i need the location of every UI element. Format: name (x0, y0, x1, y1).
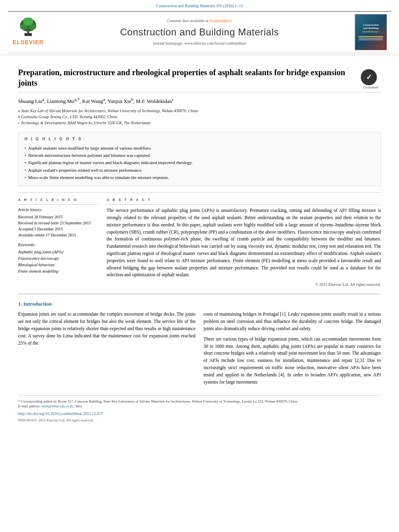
journal-cover-image: Construction and Building MATERIALS (355, 14, 387, 50)
elsevier-logo-area: ELSEVIER (12, 18, 44, 47)
article-info-column: A R T I C L E I N F O Article history: R… (18, 197, 99, 288)
keyword-4: Finite element modelling (18, 268, 99, 275)
copyright-line: © 2015 Elsevier Ltd. All rights reserved… (107, 282, 381, 288)
section-number: 1. (18, 301, 22, 307)
bullet-4: • (25, 167, 26, 173)
crossmark-logo: ✓ CrossMark (361, 69, 381, 87)
section-divider (18, 294, 381, 294)
affiliations: a State Key Lab of Silicate Materials fo… (18, 108, 381, 126)
sciencedirect-text: Contents lists available at ScienceDirec… (52, 18, 347, 24)
author-super-b: b (131, 97, 133, 102)
journal-title-text: Construction and Building Materials (52, 25, 347, 39)
affiliation-b: b Gezhouba Group Testing Co., LTD, Yicha… (18, 114, 381, 120)
section-title: Introduction (23, 301, 52, 307)
keywords-section: Keywords: Asphaltic plug joints (APJs) F… (18, 242, 99, 275)
highlights-section: H I G H L I G H T S • Asphalt sealants w… (18, 132, 381, 187)
abstract-section: A B S T R A C T The service performance … (107, 197, 381, 288)
highlight-text-4: Asphalt sealant's properties related wel… (28, 167, 142, 173)
intro-left-paragraph: Expansion joints are used to accommodate… (18, 311, 195, 347)
author-star: * (77, 97, 79, 102)
keywords-label: Keywords: (18, 242, 99, 248)
main-content: Preparation, microstructure and rheologi… (0, 55, 399, 429)
history-received: Received 28 February 2015 (18, 214, 99, 220)
history-label: Article history: (18, 207, 99, 213)
introduction-section: 1. Introduction Expansion joints are use… (18, 300, 381, 389)
email-attribution: (L. Mo). (70, 404, 83, 408)
footnote-email: E-mail address: molt@whut.edu.cn (L. Mo)… (18, 404, 381, 409)
authors-line: Shuang Liua, Liantong Moa,*, Kai Wanga, … (18, 97, 381, 105)
svg-text:✓: ✓ (366, 73, 372, 81)
sciencedirect-link[interactable]: ScienceDirect (209, 18, 232, 23)
abstract-title: A B S T R A C T (107, 197, 381, 205)
author-super-a: a (42, 97, 44, 102)
email-link[interactable]: molt@whut.edu.cn (41, 404, 69, 408)
affiliation-c: c Technology & Development, BAM Wegen bv… (18, 120, 381, 126)
issn-text: 0950-0618/© 2015 Elsevier Ltd. All right… (18, 418, 381, 423)
introduction-two-columns: Expansion joints are used to accommodate… (18, 311, 381, 389)
article-info-title: A R T I C L E I N F O (18, 197, 99, 205)
bullet-5: • (25, 175, 26, 181)
author-super-c: c (172, 97, 174, 102)
journal-header: Construction and Building Materials 105 … (0, 0, 399, 55)
footnote-section: * Corresponding author at: Room 517, Con… (18, 395, 381, 423)
article-info-abstract: A R T I C L E I N F O Article history: R… (18, 192, 381, 288)
crossmark-icon: ✓ (361, 69, 377, 85)
doi-link[interactable]: http://dx.doi.org/10.1016/j.conbuildmat.… (18, 411, 381, 417)
cover-line3: MATERIALS (362, 30, 379, 33)
author-super-a3: a (103, 97, 105, 102)
highlight-text-1: Asphalt sealants were modified by large … (28, 145, 152, 151)
history-accepted: Accepted 5 December 2015 (18, 226, 99, 232)
history-online: Available online 17 December 2015 (18, 232, 99, 238)
highlight-text-2: Network microstructure between polymer a… (28, 152, 151, 158)
bullet-1: • (25, 145, 26, 151)
history-revised: Received in revised form 23 September 20… (18, 220, 99, 226)
highlight-text-5: Meso-scale finite element modelling was … (28, 175, 169, 181)
highlight-item-5: • Meso-scale finite element modelling wa… (25, 175, 374, 181)
journal-center: Contents lists available at ScienceDirec… (44, 18, 355, 46)
keyword-2: Fluorescence microscopy (18, 255, 99, 262)
crossmark-svg: ✓ (361, 69, 377, 85)
bullet-2: • (25, 152, 26, 158)
section-heading: 1. Introduction (18, 300, 381, 308)
article-title: Preparation, microstructure and rheologi… (18, 67, 361, 88)
elsevier-tree-icon (12, 18, 44, 38)
journal-banner: ELSEVIER Contents lists available at Sci… (8, 11, 391, 53)
article-title-section: Preparation, microstructure and rheologi… (18, 61, 381, 92)
intro-left-column: Expansion joints are used to accommodate… (18, 311, 195, 389)
keyword-1: Asphaltic plug joints (APJs) (18, 249, 99, 255)
highlights-title: H I G H L I G H T S (25, 136, 374, 142)
keyword-3: Rheological behaviour (18, 262, 99, 268)
crossmark-label: CrossMark (361, 85, 381, 90)
abstract-text: The service performance of asphaltic plu… (107, 207, 381, 279)
intro-right-paragraph-1: costs of maintaining bridges in Portugal… (204, 311, 381, 332)
elsevier-wordmark: ELSEVIER (12, 39, 43, 47)
intro-right-column: costs of maintaining bridges in Portugal… (204, 311, 381, 389)
authors-section: Shuang Liua, Liantong Moa,*, Kai Wanga, … (18, 97, 381, 126)
highlight-item-2: • Network microstructure between polymer… (25, 152, 374, 158)
journal-homepage: journal homepage: www.elsevier.com/locat… (52, 41, 347, 46)
bullet-3: • (25, 160, 26, 166)
page: Construction and Building Materials 105 … (0, 0, 399, 532)
highlight-item-4: • Asphalt sealant's properties related w… (25, 167, 374, 173)
journal-top-link: Construction and Building Materials 105 … (8, 3, 391, 9)
cover-decoration (359, 35, 383, 41)
intro-right-paragraph-2: There are various types of bridge expans… (204, 336, 381, 386)
footnote-corresponding: * Corresponding author at: Room 517, Con… (18, 399, 381, 404)
highlight-item-1: • Asphalt sealants were modified by larg… (25, 145, 374, 151)
affiliation-a: a State Key Lab of Silicate Materials fo… (18, 108, 381, 114)
highlight-item-3: • Significant plateau region of master c… (25, 160, 374, 166)
article-history: Article history: Received 28 February 20… (18, 207, 99, 238)
highlight-text-3: Significant plateau region of master cur… (28, 160, 193, 166)
cover-line1: Construction (363, 23, 378, 27)
cover-line2: and Building (363, 27, 379, 30)
